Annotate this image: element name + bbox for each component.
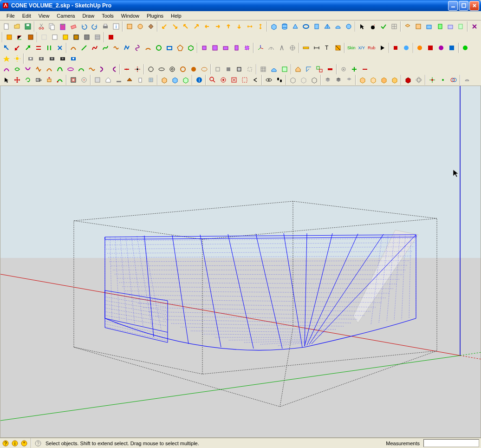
snap-tool-icon[interactable]: [437, 74, 448, 85]
shape-box-icon[interactable]: [268, 21, 279, 32]
status-help-icon[interactable]: ?: [2, 440, 9, 447]
group-cube-icon[interactable]: [169, 74, 180, 85]
purp-box-2-icon[interactable]: [209, 42, 220, 53]
camera-5-icon[interactable]: [68, 53, 78, 64]
sphere-render-icon[interactable]: [401, 42, 412, 53]
protractor-icon[interactable]: [266, 42, 276, 53]
tool-bomb-icon[interactable]: [367, 21, 378, 32]
wall-tool-icon[interactable]: [92, 74, 103, 85]
shaded-box-icon[interactable]: [60, 32, 71, 42]
shape-torus-icon[interactable]: [300, 21, 311, 32]
undo-icon[interactable]: [78, 21, 89, 32]
draw-rectangle-icon[interactable]: [164, 42, 175, 53]
layer-axes-icon[interactable]: [14, 32, 25, 42]
wire-cube-2-icon[interactable]: [298, 74, 309, 85]
layer-icon[interactable]: [4, 32, 14, 42]
push-pull-icon[interactable]: [44, 74, 54, 85]
arrow-nw-icon[interactable]: [1, 42, 12, 53]
camera-1-icon[interactable]: [25, 53, 36, 64]
curve-wave-icon[interactable]: [86, 64, 97, 74]
arrows-horizontal-icon[interactable]: [244, 21, 255, 32]
zoom-extents-icon[interactable]: [228, 74, 239, 85]
plugin-1-icon[interactable]: [415, 42, 425, 53]
purp-box-4-icon[interactable]: [231, 42, 241, 53]
menu-camera[interactable]: Camera: [53, 12, 78, 20]
xray-icon[interactable]: [469, 21, 480, 32]
cloud-icon[interactable]: [462, 74, 472, 85]
offset-icon[interactable]: [68, 74, 78, 85]
multi-select-icon[interactable]: [314, 64, 325, 74]
arrow-ne-icon[interactable]: [22, 42, 33, 53]
textured-box-icon[interactable]: [92, 32, 103, 42]
monochrome-box-icon[interactable]: [81, 32, 92, 42]
mesh-icon[interactable]: [258, 64, 268, 74]
ring-tool-icon[interactable]: [177, 64, 188, 74]
arrows-vertical-icon[interactable]: [255, 21, 266, 32]
curve-9-icon[interactable]: [97, 64, 108, 74]
camera-3-icon[interactable]: [46, 53, 57, 64]
menu-draw[interactable]: Draw: [78, 12, 98, 20]
viewport-3d[interactable]: [0, 86, 481, 438]
text-label-icon[interactable]: T: [322, 42, 332, 53]
menu-window[interactable]: Window: [117, 12, 143, 20]
curve-1-icon[interactable]: [1, 64, 12, 74]
dynamic-icon[interactable]: [180, 74, 191, 85]
new-file-icon[interactable]: [1, 21, 12, 32]
draw-freehand-icon[interactable]: [89, 42, 100, 53]
add-icon[interactable]: [349, 64, 359, 74]
menu-view[interactable]: View: [35, 12, 53, 20]
draw-arc-icon[interactable]: [68, 42, 78, 53]
status-user-icon[interactable]: [20, 440, 28, 447]
menu-edit[interactable]: Edit: [19, 12, 35, 20]
curve-ellipse-icon[interactable]: [65, 64, 76, 74]
display-settings-icon[interactable]: [135, 21, 145, 32]
target-red-icon[interactable]: [218, 74, 228, 85]
wire-cube-1-icon[interactable]: [287, 74, 298, 85]
arrow-left-icon[interactable]: [202, 21, 212, 32]
shape-cone-icon[interactable]: [290, 21, 300, 32]
menu-plugins[interactable]: Plugins: [143, 12, 167, 20]
save-file-icon[interactable]: [22, 21, 33, 32]
divider-icon[interactable]: [287, 42, 298, 53]
layers-stack-2-icon[interactable]: [333, 74, 344, 85]
floor-icon[interactable]: [113, 74, 124, 85]
select-tool-icon[interactable]: [1, 74, 12, 85]
draw-bezier-icon[interactable]: [100, 42, 110, 53]
draw-polyline-icon[interactable]: [121, 42, 132, 53]
iso-view-icon[interactable]: [402, 21, 413, 32]
draw-helix-icon[interactable]: [132, 42, 143, 53]
search-red-icon[interactable]: [207, 74, 218, 85]
gear-icon[interactable]: [338, 64, 349, 74]
eye-icon[interactable]: [263, 74, 274, 85]
window-icon[interactable]: [145, 74, 156, 85]
wire-cube-3-icon[interactable]: [309, 74, 319, 85]
compass-icon[interactable]: [276, 42, 287, 53]
redo-icon[interactable]: [89, 21, 100, 32]
play-icon[interactable]: [377, 42, 388, 53]
follow-me-icon[interactable]: [54, 74, 65, 85]
render-red-icon[interactable]: [105, 32, 116, 42]
cut-icon[interactable]: [36, 21, 46, 32]
shaded-edges-box-icon[interactable]: [71, 32, 81, 42]
plugin-4-icon[interactable]: [447, 42, 457, 53]
cube-hidden-icon[interactable]: [244, 64, 255, 74]
arrow-down-right-icon[interactable]: [169, 21, 180, 32]
draw-catmull-icon[interactable]: [110, 42, 121, 53]
shape-tube-icon[interactable]: [311, 21, 322, 32]
donut-tool-icon[interactable]: [167, 64, 177, 74]
curve-10-icon[interactable]: [108, 64, 118, 74]
gold-cube-2-icon[interactable]: [368, 74, 378, 85]
sun-icon[interactable]: [12, 53, 22, 64]
cube-wire-icon[interactable]: [212, 64, 223, 74]
layers-stack-1-icon[interactable]: [322, 74, 333, 85]
paste-icon[interactable]: [57, 21, 68, 32]
layer-grid-icon[interactable]: [25, 32, 36, 42]
skin-button[interactable]: Skin: [346, 42, 357, 53]
disk-tool-icon[interactable]: [188, 64, 199, 74]
layers-stack-3-icon[interactable]: [344, 74, 354, 85]
curve-6-icon[interactable]: [54, 64, 65, 74]
tape-measure-icon[interactable]: [300, 42, 311, 53]
arrow-sw-icon[interactable]: [12, 42, 22, 53]
copy-icon[interactable]: [46, 21, 57, 32]
back-view-icon[interactable]: [445, 21, 455, 32]
